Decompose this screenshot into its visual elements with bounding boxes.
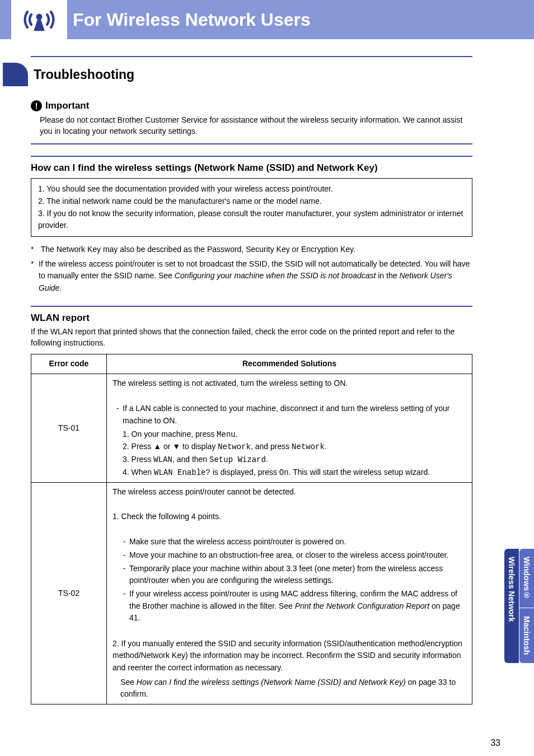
wireless-icon (11, 0, 67, 39)
dash-item: - If a LAN cable is connected to your ma… (113, 403, 466, 427)
list-item: 2. The initial network name could be the… (38, 195, 465, 208)
exclaim-icon: ! (31, 100, 42, 111)
section-heading-row: Troubleshooting (31, 63, 472, 86)
footnote-text: The Network Key may also be described as… (41, 245, 355, 254)
step: See How can I find the wireless settings… (113, 676, 466, 701)
step: 1. Check the following 4 points. (113, 511, 466, 523)
wlan-heading: WLAN report (31, 312, 472, 324)
asterisk-icon: * (31, 258, 39, 295)
dash-icon: - (119, 549, 129, 562)
footnote: * The Network Key may also be described … (31, 244, 472, 256)
divider (31, 156, 472, 157)
dash-icon: - (119, 536, 129, 548)
dash-text: If a LAN cable is connected to your mach… (123, 403, 466, 427)
important-label: ! Important (31, 100, 472, 111)
error-code: TS-02 (31, 483, 107, 704)
divider (31, 306, 472, 307)
table-row: TS-01 The wireless setting is not activa… (31, 374, 472, 483)
step: 1. On your machine, press Menu. (113, 428, 466, 441)
dash-icon: - (119, 563, 129, 587)
find-settings-heading: How can I find the wireless settings (Ne… (31, 162, 472, 174)
step: 4. When WLAN Enable? is displayed, press… (113, 466, 466, 479)
dash-item: - Temporarily place your machine within … (113, 563, 466, 587)
page-header: For Wireless Network Users (0, 0, 534, 39)
footnote-text: If the wireless access point/router is s… (39, 258, 472, 295)
th-solutions: Recommended Solutions (107, 354, 472, 374)
step: 2. Press ▲ or ▼ to display Network, and … (113, 441, 466, 454)
solution-cell: The wireless access point/router cannot … (107, 483, 472, 704)
th-error-code: Error code (31, 354, 107, 374)
table-row: TS-02 The wireless access point/router c… (31, 483, 472, 704)
tab-wireless-network[interactable]: Wireless Network (504, 549, 519, 663)
dash-icon: - (119, 588, 129, 624)
section-marker-icon (3, 63, 28, 86)
important-box: ! Important Please do not contact Brothe… (31, 100, 472, 144)
find-settings-box: 1. You should see the documentation prov… (31, 178, 472, 237)
tab-macintosh[interactable]: Macintosh (519, 608, 534, 662)
step: 2. If you manually entered the SSID and … (113, 638, 466, 674)
dash-item: - Move your machine to an obstruction-fr… (113, 549, 466, 562)
side-tabs: Wireless Network Windows® Macintosh (504, 549, 534, 663)
page-number: 33 (0, 721, 534, 756)
section-heading: Troubleshooting (34, 67, 134, 82)
wifi-antenna-icon (20, 6, 59, 34)
solution-text: The wireless access point/router cannot … (113, 486, 466, 498)
tab-windows[interactable]: Windows® (519, 549, 534, 608)
wlan-intro: If the WLAN report that printed shows th… (31, 326, 472, 349)
list-item: 3. If you do not know the security infor… (38, 208, 465, 232)
solution-text: The wireless setting is not activated, t… (113, 377, 466, 390)
page-title: For Wireless Network Users (73, 10, 311, 30)
important-label-text: Important (45, 100, 89, 111)
svg-point-0 (36, 14, 42, 20)
asterisk-icon: * (31, 244, 39, 256)
error-table: Error code Recommended Solutions TS-01 T… (31, 354, 472, 704)
list-item: 1. You should see the documentation prov… (38, 183, 465, 195)
footnote: * If the wireless access point/router is… (31, 258, 472, 295)
error-code: TS-01 (31, 374, 107, 483)
dash-item: - If your wireless access point/router i… (113, 588, 466, 624)
important-text: Please do not contact Brother Customer S… (31, 115, 472, 137)
footnotes: * The Network Key may also be described … (31, 244, 472, 295)
dash-item: - Make sure that the wireless access poi… (113, 536, 466, 548)
solution-cell: The wireless setting is not activated, t… (107, 374, 472, 483)
step: 3. Press WLAN, and then Setup Wizard. (113, 454, 466, 466)
dash-icon: - (113, 403, 123, 427)
section-rule (31, 56, 472, 57)
